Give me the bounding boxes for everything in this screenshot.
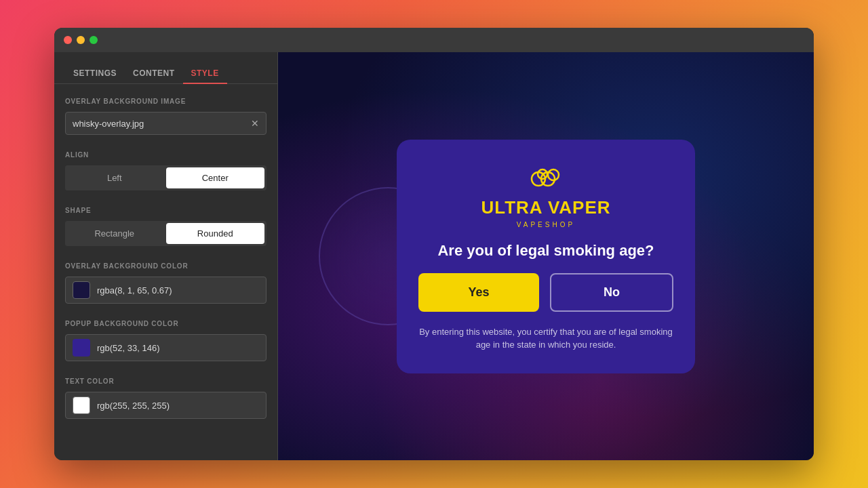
shape-section: SHAPE Rectangle Rounded (65, 207, 267, 246)
left-panel: SETTINGS CONTENT STYLE OVERLAY BACKGROUN… (54, 52, 278, 460)
brand-svg-icon (529, 164, 563, 191)
tab-bar: SETTINGS CONTENT STYLE (54, 52, 277, 84)
tab-style[interactable]: STYLE (183, 63, 227, 83)
panel-content: OVERLAY BACKGROUND IMAGE whisky-overlay.… (54, 84, 277, 449)
maximize-button[interactable] (90, 36, 98, 44)
align-center-button[interactable]: Center (166, 167, 265, 188)
align-section: ALIGN Left Center (65, 151, 267, 190)
clear-overlay-bg-image-icon[interactable]: ✕ (251, 118, 259, 129)
align-label: ALIGN (65, 151, 267, 159)
shape-rectangle-button[interactable]: Rectangle (65, 221, 164, 246)
overlay-bg-color-swatch (73, 281, 90, 299)
popup-bg-color-input[interactable]: rgb(52, 33, 146) (65, 334, 267, 361)
text-color-label: TEXT COLOR (65, 378, 267, 385)
align-left-button[interactable]: Left (65, 165, 164, 190)
brand-name: ULTRA VAPER (481, 197, 610, 218)
popup-bg-color-value: rgb(52, 33, 146) (97, 343, 160, 353)
shape-rounded-button[interactable]: Rounded (166, 223, 265, 244)
popup-bg-color-swatch (73, 339, 90, 357)
close-button[interactable] (64, 36, 72, 44)
popup-disclaimer: By entering this website, you certify th… (418, 325, 673, 352)
tab-settings[interactable]: SETTINGS (65, 63, 125, 83)
overlay-bg-color-section: OVERLAY BACKGROUND COLOR rgba(8, 1, 65, … (65, 262, 267, 304)
shape-toggle-group: Rectangle Rounded (65, 221, 267, 246)
popup-buttons: Yes No (418, 273, 673, 312)
popup-card: ULTRA VAPER VAPESHOP Are you of legal sm… (397, 140, 695, 373)
main-area: SETTINGS CONTENT STYLE OVERLAY BACKGROUN… (54, 52, 814, 460)
text-color-swatch (73, 396, 90, 414)
preview-background: ULTRA VAPER VAPESHOP Are you of legal sm… (278, 52, 814, 460)
no-button[interactable]: No (550, 273, 673, 312)
overlay-bg-image-label: OVERLAY BACKGROUND IMAGE (65, 98, 267, 105)
text-color-input[interactable]: rgb(255, 255, 255) (65, 392, 267, 419)
overlay-bg-color-label: OVERLAY BACKGROUND COLOR (65, 262, 267, 270)
align-toggle-group: Left Center (65, 165, 267, 190)
text-color-section: TEXT COLOR rgb(255, 255, 255) (65, 378, 267, 419)
overlay-bg-image-section: OVERLAY BACKGROUND IMAGE whisky-overlay.… (65, 98, 267, 135)
traffic-lights (64, 36, 98, 44)
overlay-bg-color-value: rgba(8, 1, 65, 0.67) (97, 285, 172, 296)
brand-logo: ULTRA VAPER VAPESHOP (481, 164, 610, 228)
brand-sub: VAPESHOP (517, 221, 575, 228)
popup-bg-color-section: POPUP BACKGROUND COLOR rgb(52, 33, 146) (65, 320, 267, 361)
tab-content[interactable]: CONTENT (125, 63, 183, 83)
minimize-button[interactable] (77, 36, 85, 44)
overlay-bg-image-value: whisky-overlay.jpg (73, 119, 144, 129)
popup-bg-color-label: POPUP BACKGROUND COLOR (65, 320, 267, 327)
brand-icon (529, 164, 563, 195)
popup-question: Are you of legal smoking age? (437, 242, 654, 260)
app-window: SETTINGS CONTENT STYLE OVERLAY BACKGROUN… (54, 28, 814, 460)
overlay-bg-image-input[interactable]: whisky-overlay.jpg ✕ (65, 112, 267, 135)
yes-button[interactable]: Yes (418, 273, 539, 312)
shape-label: SHAPE (65, 207, 267, 214)
right-preview: ULTRA VAPER VAPESHOP Are you of legal sm… (278, 52, 814, 460)
overlay-bg-color-input[interactable]: rgba(8, 1, 65, 0.67) (65, 277, 267, 304)
title-bar (54, 28, 814, 52)
text-color-value: rgb(255, 255, 255) (97, 401, 170, 411)
